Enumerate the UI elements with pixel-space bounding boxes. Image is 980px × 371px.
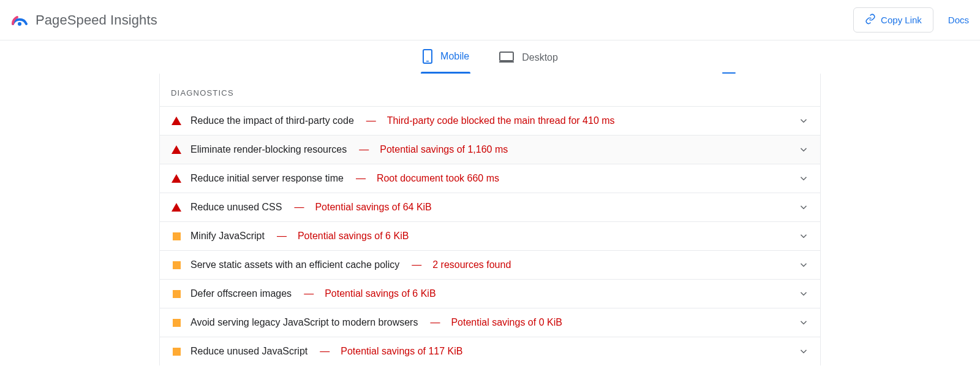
tab-desktop-label: Desktop xyxy=(522,52,558,63)
square-warn-icon xyxy=(171,348,182,356)
square-warn-icon xyxy=(171,232,182,240)
diagnostic-detail: Potential savings of 1,160 ms xyxy=(380,144,508,155)
diagnostic-title: Reduce initial server response time xyxy=(190,173,344,184)
docs-link[interactable]: Docs xyxy=(948,15,969,25)
separator-dash: — xyxy=(277,231,287,242)
diagnostic-row[interactable]: Reduce the impact of third-party code—Th… xyxy=(160,106,820,135)
chevron-down-icon xyxy=(798,288,809,299)
triangle-fail-icon xyxy=(171,203,182,212)
separator-dash: — xyxy=(320,346,330,357)
diagnostic-detail: Potential savings of 0 KiB xyxy=(451,317,562,328)
chevron-down-icon xyxy=(798,173,809,184)
diagnostic-row[interactable]: Serve static assets with an efficient ca… xyxy=(160,250,820,279)
svg-rect-2 xyxy=(426,61,429,62)
pagespeed-logo-icon xyxy=(11,12,28,29)
diagnostic-detail: 2 resources found xyxy=(432,259,511,270)
diagnostic-detail: Potential savings of 64 KiB xyxy=(315,202,431,213)
diagnostic-row[interactable]: Reduce unused CSS—Potential savings of 6… xyxy=(160,193,820,221)
square-warn-icon xyxy=(171,261,182,269)
diagnostic-title: Eliminate render-blocking resources xyxy=(190,144,347,155)
square-warn-icon xyxy=(171,319,182,327)
copy-link-button[interactable]: Copy Link xyxy=(853,7,933,33)
chevron-down-icon xyxy=(798,317,809,328)
separator-dash: — xyxy=(412,259,421,270)
brand[interactable]: PageSpeed Insights xyxy=(11,12,157,29)
diagnostic-title: Serve static assets with an efficient ca… xyxy=(190,259,399,270)
copy-link-label: Copy Link xyxy=(881,15,922,25)
square-warn-icon xyxy=(171,290,182,298)
separator-dash: — xyxy=(430,317,440,328)
triangle-fail-icon xyxy=(171,117,182,125)
diagnostic-title: Reduce unused JavaScript xyxy=(190,346,307,357)
diagnostic-detail: Potential savings of 117 KiB xyxy=(341,346,462,357)
triangle-fail-icon xyxy=(171,145,182,154)
diagnostic-detail: Root document took 660 ms xyxy=(377,173,499,184)
separator-dash: — xyxy=(356,173,366,184)
top-actions: Copy Link Docs xyxy=(853,7,969,33)
desktop-icon xyxy=(499,51,514,64)
diagnostic-row[interactable]: Reduce initial server response time—Root… xyxy=(160,164,820,193)
chevron-down-icon xyxy=(798,144,809,155)
svg-rect-3 xyxy=(500,52,513,61)
mobile-icon xyxy=(422,48,433,64)
diagnostic-detail: Potential savings of 6 KiB xyxy=(325,288,435,299)
diagnostic-row[interactable]: Defer offscreen images—Potential savings… xyxy=(160,279,820,308)
tab-desktop[interactable]: Desktop xyxy=(499,51,558,73)
triangle-fail-icon xyxy=(171,174,182,183)
separator-dash: — xyxy=(294,202,304,213)
diagnostic-row[interactable]: Eliminate render-blocking resources—Pote… xyxy=(160,135,820,164)
diagnostic-title: Minify JavaScript xyxy=(190,231,265,242)
diagnostic-title: Defer offscreen images xyxy=(190,288,292,299)
chevron-down-icon xyxy=(798,115,809,126)
diagnostics-panel: DIAGNOSTICS Reduce the impact of third-p… xyxy=(159,74,821,365)
svg-point-0 xyxy=(18,22,21,26)
chevron-down-icon xyxy=(798,346,809,357)
separator-dash: — xyxy=(366,115,376,126)
separator-dash: — xyxy=(359,144,369,155)
page-title: PageSpeed Insights xyxy=(36,12,157,28)
svg-rect-4 xyxy=(499,61,514,63)
diagnostic-row[interactable]: Avoid serving legacy JavaScript to moder… xyxy=(160,308,820,337)
tab-mobile-label: Mobile xyxy=(440,51,469,62)
link-icon xyxy=(865,13,876,26)
separator-line-icon xyxy=(722,72,736,74)
diagnostic-title: Reduce the impact of third-party code xyxy=(190,115,354,126)
separator-dash: — xyxy=(304,288,314,299)
chevron-down-icon xyxy=(798,259,809,270)
diagnostic-detail: Potential savings of 6 KiB xyxy=(298,231,409,242)
device-tabs: Mobile Desktop xyxy=(0,40,980,74)
tab-mobile[interactable]: Mobile xyxy=(422,48,469,73)
content: DIAGNOSTICS Reduce the impact of third-p… xyxy=(0,74,980,365)
diagnostic-title: Reduce unused CSS xyxy=(190,202,282,213)
diagnostic-detail: Third-party code blocked the main thread… xyxy=(387,115,615,126)
diagnostic-row[interactable]: Minify JavaScript—Potential savings of 6… xyxy=(160,221,820,250)
diagnostic-row[interactable]: Reduce unused JavaScript—Potential savin… xyxy=(160,337,820,365)
section-heading: DIAGNOSTICS xyxy=(160,74,820,106)
chevron-down-icon xyxy=(798,231,809,242)
top-bar: PageSpeed Insights Copy Link Docs xyxy=(0,0,980,40)
chevron-down-icon xyxy=(798,202,809,213)
diagnostic-title: Avoid serving legacy JavaScript to moder… xyxy=(190,317,418,328)
